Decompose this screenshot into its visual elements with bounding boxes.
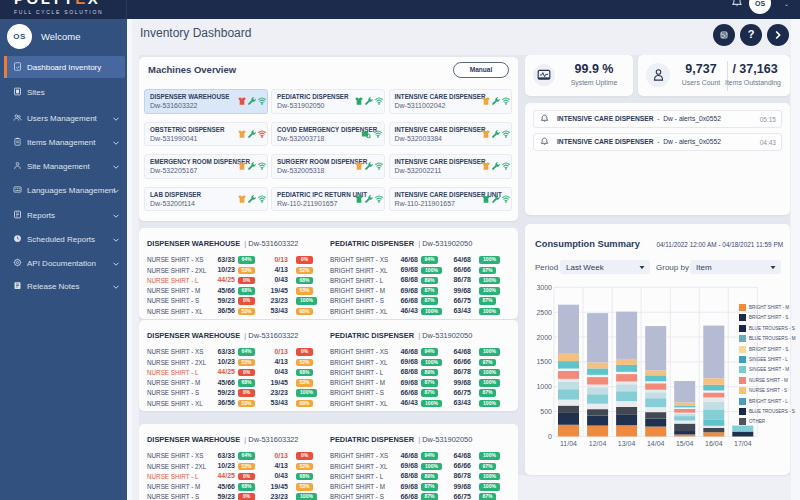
svg-text:1000: 1000	[536, 383, 552, 390]
svg-text:2500: 2500	[536, 309, 552, 316]
svg-text:3000: 3000	[536, 284, 552, 291]
svg-text:14/04: 14/04	[647, 440, 665, 447]
svg-text:500: 500	[540, 408, 552, 415]
svg-text:0: 0	[548, 433, 552, 440]
svg-text:11/04: 11/04	[560, 440, 577, 447]
svg-text:1500: 1500	[536, 358, 552, 365]
svg-text:13/04: 13/04	[618, 440, 636, 447]
svg-text:2000: 2000	[536, 334, 552, 341]
svg-text:16/04: 16/04	[705, 440, 723, 447]
svg-text:12/04: 12/04	[589, 440, 607, 447]
svg-text:15/04: 15/04	[676, 440, 694, 447]
svg-text:17/04: 17/04	[734, 440, 752, 447]
